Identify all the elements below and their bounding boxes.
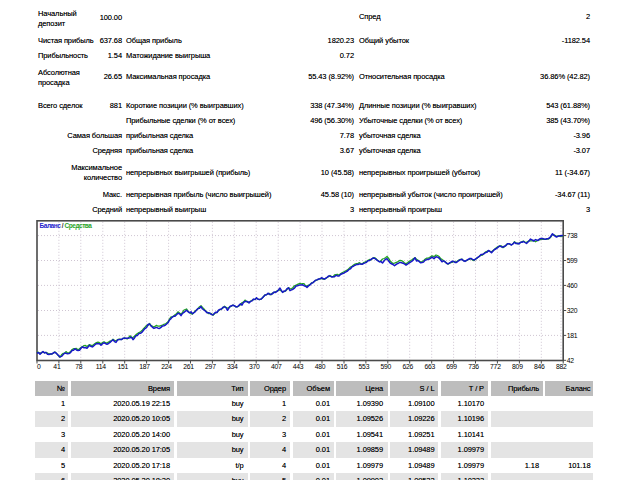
svg-text:846: 846	[534, 363, 545, 370]
svg-text:460: 460	[567, 282, 578, 289]
svg-text:882: 882	[556, 363, 567, 370]
svg-text:590: 590	[381, 363, 392, 370]
svg-text:738: 738	[567, 232, 578, 239]
svg-text:663: 663	[424, 363, 435, 370]
svg-text:261: 261	[183, 363, 194, 370]
svg-text:181: 181	[567, 332, 578, 339]
svg-text:297: 297	[205, 363, 216, 370]
svg-text:187: 187	[139, 363, 150, 370]
svg-text:772: 772	[490, 363, 501, 370]
svg-text:114: 114	[96, 363, 107, 370]
svg-text:443: 443	[293, 363, 304, 370]
svg-text:626: 626	[402, 363, 413, 370]
svg-text:736: 736	[468, 363, 479, 370]
svg-text:809: 809	[512, 363, 523, 370]
svg-text:42: 42	[567, 357, 575, 364]
svg-text:0: 0	[37, 363, 41, 370]
svg-text:78: 78	[75, 363, 83, 370]
svg-text:320: 320	[567, 307, 578, 314]
svg-text:151: 151	[117, 363, 128, 370]
svg-text:599: 599	[567, 257, 578, 264]
svg-text:407: 407	[271, 363, 282, 370]
svg-text:334: 334	[227, 363, 238, 370]
svg-text:516: 516	[337, 363, 348, 370]
svg-text:480: 480	[315, 363, 326, 370]
svg-text:553: 553	[359, 363, 370, 370]
svg-text:224: 224	[161, 363, 172, 370]
svg-text:370: 370	[249, 363, 260, 370]
svg-text:41: 41	[53, 363, 61, 370]
svg-text:699: 699	[446, 363, 457, 370]
